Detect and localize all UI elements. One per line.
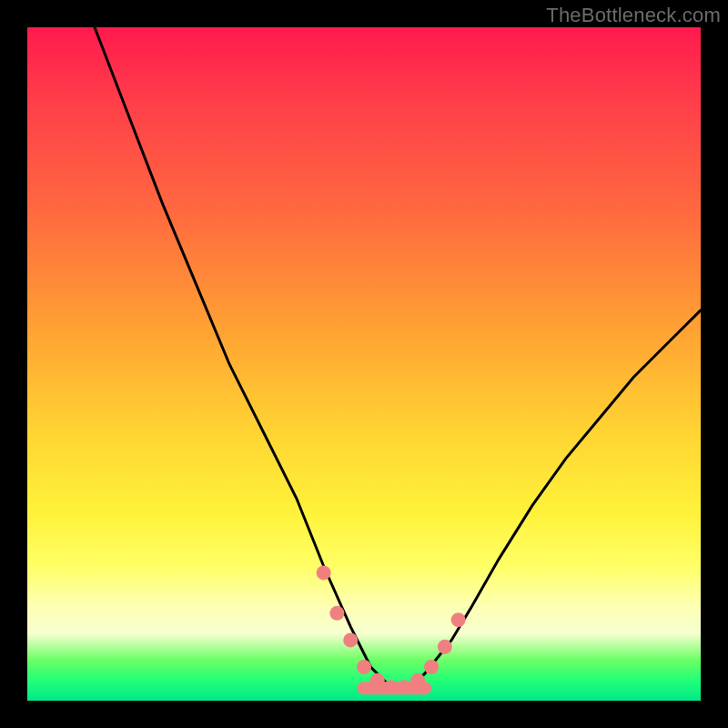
valley-dot (317, 565, 331, 580)
valley-dot (438, 640, 452, 654)
valley-dot (370, 673, 385, 688)
valley-dot (329, 606, 344, 621)
valley-bar (358, 682, 431, 694)
curve-svg (27, 27, 701, 701)
valley-dot (357, 660, 371, 674)
bottleneck-curve (95, 27, 701, 687)
valley-dot (410, 673, 425, 688)
valley-dot (384, 680, 399, 694)
watermark-text: TheBottleneck.com (546, 4, 721, 27)
valley-dot (451, 612, 466, 627)
valley-dot (424, 660, 439, 674)
chart-frame: TheBottleneck.com (0, 0, 728, 728)
valley-dot (343, 632, 358, 647)
valley-dot (397, 680, 411, 694)
chart-plot-area (27, 27, 701, 701)
valley-dot-group (317, 565, 466, 694)
